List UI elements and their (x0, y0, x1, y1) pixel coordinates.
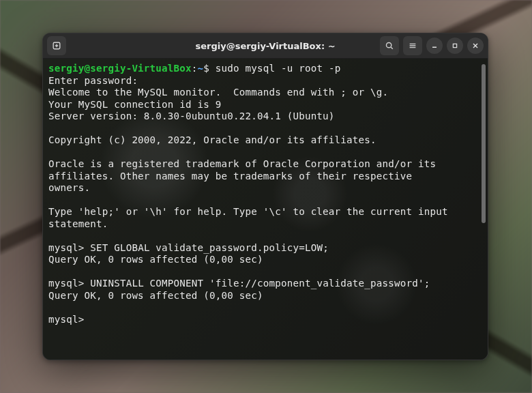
maximize-icon (451, 42, 459, 50)
hamburger-menu-icon (408, 41, 417, 50)
output-line: Query OK, 0 rows affected (0,00 sec) (48, 290, 263, 301)
minimize-button[interactable] (426, 38, 443, 54)
prompt-path: ~ (198, 63, 204, 74)
svg-line-4 (391, 47, 393, 49)
terminal-output[interactable]: sergiy@sergiy-VirtualBox:~$ sudo mysql -… (43, 59, 488, 330)
scrollbar-thumb[interactable] (482, 64, 486, 223)
menu-button[interactable] (403, 36, 422, 55)
output-line: Type 'help;' or '\h' for help. Type '\c'… (48, 206, 454, 229)
close-button[interactable] (467, 38, 484, 54)
close-icon (471, 42, 479, 50)
sql-statement: SET GLOBAL validate_password.policy=LOW; (90, 242, 329, 253)
new-tab-icon (52, 41, 61, 50)
output-line: Enter password: (48, 75, 138, 86)
prompt-separator: : (192, 63, 198, 74)
prompt-dollar: $ (203, 63, 215, 74)
prompt-user-host: sergiy@sergiy-VirtualBox (48, 63, 192, 74)
mysql-prompt: mysql> (48, 278, 90, 289)
search-button[interactable] (380, 36, 399, 55)
scrollbar[interactable] (482, 64, 486, 305)
terminal-window: sergiy@sergiy-VirtualBox: ~ (42, 33, 488, 360)
svg-point-3 (386, 42, 391, 47)
output-line: Oracle is a registered trademark of Orac… (48, 158, 436, 169)
output-line: Copyright (c) 2000, 2022, Oracle and/or … (48, 134, 376, 145)
mysql-prompt: mysql> (48, 242, 90, 253)
mysql-prompt: mysql> (48, 314, 90, 325)
output-line: Your MySQL connection id is 9 (48, 99, 222, 110)
output-line: Welcome to the MySQL monitor. Commands e… (48, 87, 388, 98)
output-line: owners. (48, 182, 90, 193)
output-line: affiliates. Other names may be trademark… (48, 171, 412, 181)
new-tab-button[interactable] (47, 36, 66, 55)
output-line: Server version: 8.0.30-0ubuntu0.22.04.1 … (48, 111, 335, 121)
output-line: Query OK, 0 rows affected (0,00 sec) (48, 254, 263, 265)
minimize-icon (430, 42, 439, 50)
svg-rect-9 (453, 44, 456, 47)
sql-statement: UNINSTALL COMPONENT 'file://component_va… (90, 278, 430, 289)
maximize-button[interactable] (447, 38, 463, 54)
titlebar[interactable]: sergiy@sergiy-VirtualBox: ~ (43, 33, 488, 59)
terminal-body[interactable]: sergiy@sergiy-VirtualBox:~$ sudo mysql -… (43, 59, 488, 360)
search-icon (385, 41, 394, 50)
shell-command: sudo mysql -u root -p (216, 63, 341, 74)
